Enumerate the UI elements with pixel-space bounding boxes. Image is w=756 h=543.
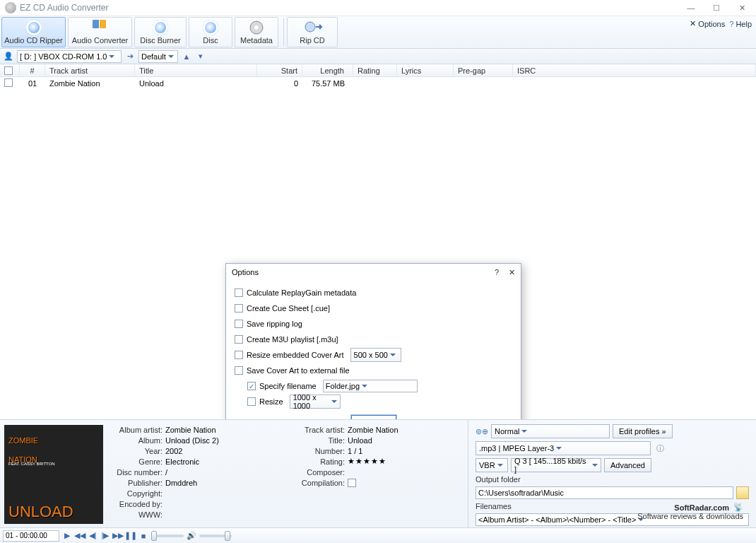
- resize-cover-checkbox[interactable]: [235, 351, 243, 359]
- col-isrc[interactable]: ISRC: [513, 64, 756, 76]
- col-start[interactable]: Start: [257, 64, 302, 76]
- table-row[interactable]: 01 Zombie Nation Unload 0 75.57 MB: [0, 77, 756, 89]
- bottom-panel: ZOMBIENATION FEAT. CASSY BRITTON UNLOAD …: [0, 419, 756, 543]
- output-folder-label: Output folder: [476, 475, 749, 484]
- svg-point-1: [254, 25, 259, 30]
- svg-point-2: [305, 22, 315, 32]
- close-button[interactable]: ✕: [729, 1, 755, 15]
- profile-icon: ⊚⊕: [476, 427, 488, 436]
- maximize-button[interactable]: ☐: [704, 1, 729, 15]
- play-button[interactable]: ▶: [62, 531, 72, 541]
- album-cover[interactable]: ZOMBIENATION FEAT. CASSY BRITTON UNLOAD: [4, 425, 103, 524]
- convert-icon: [93, 20, 108, 35]
- options-link[interactable]: ✕Options: [690, 19, 725, 28]
- main-toolbar: Audio CD Ripper Audio Converter Disc Bur…: [0, 16, 756, 49]
- m3u-checkbox[interactable]: [235, 335, 243, 344]
- advanced-button[interactable]: Advanced: [604, 458, 651, 472]
- dialog-close-button[interactable]: ✕: [509, 268, 515, 277]
- tool-disc[interactable]: Disc: [189, 17, 232, 47]
- next-button[interactable]: ▶▶: [113, 531, 123, 541]
- window-controls: — ☐ ✕: [678, 1, 755, 15]
- info-icon[interactable]: ⓘ: [656, 443, 664, 454]
- col-rating[interactable]: Rating: [353, 64, 397, 76]
- drive-select[interactable]: [ D: ] VBOX CD-ROM 1.0: [17, 50, 122, 63]
- col-lyrics[interactable]: Lyrics: [397, 64, 454, 76]
- app-icon: [5, 2, 16, 13]
- ext-size-select[interactable]: 1000 x 1000: [290, 395, 341, 409]
- cover-size-select[interactable]: 500 x 500: [350, 348, 401, 362]
- help-icon: ?: [729, 20, 733, 28]
- volume-slider[interactable]: [199, 535, 232, 537]
- eject-icon[interactable]: ▲: [181, 51, 192, 62]
- player-bar: 01 - 00:00.00 ▶ ◀◀ ◀| |▶ ▶▶ ❚❚ ■ 🔊: [0, 527, 756, 543]
- rating-stars[interactable]: ★★★★★: [348, 457, 386, 466]
- minimize-button[interactable]: —: [678, 1, 704, 15]
- help-link[interactable]: ?Help: [729, 20, 752, 28]
- track-grid-header: # Track artist Title Start Length Rating…: [0, 64, 756, 77]
- tool-disc-burner[interactable]: Disc Burner: [134, 17, 187, 47]
- dialog-titlebar: Options ? ✕: [226, 264, 521, 281]
- metadata-icon: [249, 20, 264, 35]
- gear-icon: ✕: [690, 19, 696, 28]
- col-pregap[interactable]: Pre-gap: [454, 64, 513, 76]
- replaygain-checkbox[interactable]: [235, 288, 243, 297]
- compilation-checkbox[interactable]: [348, 479, 356, 487]
- row-checkbox[interactable]: [4, 78, 13, 87]
- output-folder-field[interactable]: C:\Users\softradar\Music: [476, 486, 733, 499]
- app-title: EZ CD Audio Converter: [20, 3, 108, 13]
- col-artist[interactable]: Track artist: [45, 64, 135, 76]
- volume-icon[interactable]: 🔊: [187, 531, 196, 541]
- titlebar: EZ CD Audio Converter — ☐ ✕: [0, 0, 756, 16]
- user-icon[interactable]: 👤: [3, 51, 14, 62]
- filenames-field[interactable]: <Album Artist> - <Album>\<Number> - <Tit…: [476, 513, 749, 526]
- format-select[interactable]: .mp3 | MPEG Layer-3: [476, 441, 651, 455]
- specify-filename-checkbox[interactable]: [247, 382, 256, 390]
- tool-rip-cd[interactable]: Rip CD: [287, 17, 338, 47]
- options-dialog: Options ? ✕ Calculate ReplayGain metadat…: [225, 263, 521, 438]
- col-num[interactable]: #: [20, 64, 45, 76]
- rewind-button[interactable]: ◀|: [88, 531, 98, 541]
- disc-icon: [26, 20, 42, 35]
- filenames-label: Filenames: [476, 502, 749, 510]
- save-cover-ext-checkbox[interactable]: [235, 366, 243, 375]
- time-display: 01 - 00:00.00: [3, 530, 59, 542]
- browse-folder-button[interactable]: [736, 486, 749, 499]
- seek-slider[interactable]: [151, 535, 184, 537]
- drive-bar: 👤 [ D: ] VBOX CD-ROM 1.0 ➔ Default ▲ ▾: [0, 49, 756, 64]
- stop-button[interactable]: ■: [138, 531, 148, 541]
- cuesheet-checkbox[interactable]: [235, 304, 243, 313]
- edit-profiles-button[interactable]: Edit profiles »: [613, 424, 673, 438]
- forward-button[interactable]: |▶: [100, 531, 110, 541]
- quality-select[interactable]: Q 3 [ 145...185 kbit/s ]: [511, 458, 601, 472]
- col-length[interactable]: Length: [302, 64, 353, 76]
- rip-icon: [305, 20, 320, 35]
- disc-icon: [203, 20, 218, 35]
- select-all-checkbox[interactable]: [4, 66, 13, 75]
- col-title[interactable]: Title: [135, 64, 257, 76]
- resize-ext-checkbox[interactable]: [247, 397, 256, 406]
- tool-audio-cd-ripper[interactable]: Audio CD Ripper: [1, 17, 66, 47]
- arrow-right-icon[interactable]: ➔: [124, 51, 136, 62]
- dialog-title: Options: [232, 268, 259, 276]
- dialog-help-button[interactable]: ?: [495, 268, 499, 277]
- prev-button[interactable]: ◀◀: [75, 531, 85, 541]
- filename-combo[interactable]: Folder.jpg: [323, 380, 418, 392]
- pause-button[interactable]: ❚❚: [126, 531, 136, 541]
- tool-audio-converter[interactable]: Audio Converter: [68, 17, 132, 47]
- profile-select[interactable]: Normal: [491, 424, 610, 438]
- tray-icon[interactable]: ▾: [195, 51, 206, 62]
- track-list: 01 Zombie Nation Unload 0 75.57 MB Optio…: [0, 77, 756, 420]
- tool-metadata[interactable]: Metadata: [235, 17, 278, 47]
- encoder-panel: ⊚⊕NormalEdit profiles » .mp3 | MPEG Laye…: [468, 420, 756, 543]
- album-meta: Album artist:Zombie Nation Album:Unload …: [107, 420, 284, 543]
- preset-select[interactable]: Default: [138, 50, 178, 63]
- disc-icon: [153, 20, 168, 35]
- riplog-checkbox[interactable]: [235, 320, 243, 328]
- track-meta: Track artist:Zombie Nation Title:Unload …: [284, 420, 468, 543]
- mode-select[interactable]: VBR: [476, 458, 508, 472]
